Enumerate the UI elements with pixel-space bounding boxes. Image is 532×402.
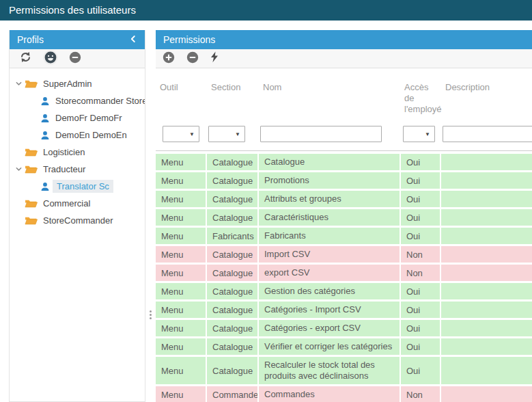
lightning-icon (210, 51, 219, 66)
permission-row[interactable]: MenuCataloguePromotionsOui (156, 172, 532, 189)
page-title: Permissions des utilisateurs (9, 4, 136, 16)
tree-user-label: DemoFr DemoFr (55, 111, 122, 124)
cell-tool: Menu (156, 320, 206, 336)
profiles-tree: SuperAdminStorecommander StoreDemoFr Dem… (10, 68, 145, 229)
section-filter-select[interactable]: ▼ (208, 126, 245, 142)
tree-user-row[interactable]: DemoFr DemoFr (10, 109, 145, 126)
prestashop-icon (43, 50, 58, 68)
tree-folder-row[interactable]: SuperAdmin (10, 75, 145, 92)
permission-row[interactable]: MenuCatalogueVérifier et corriger les ca… (156, 338, 532, 355)
prestashop-button[interactable] (43, 50, 58, 68)
chevron-left-icon (129, 34, 137, 45)
permission-row[interactable]: MenuCatalogueCaractéristiquesOui (156, 209, 532, 226)
permission-row[interactable]: MenuFabricantsFabricantsOui (156, 228, 532, 244)
nom-filter-input[interactable] (260, 126, 382, 142)
cell-name: Recalculer le stock total des produits a… (259, 357, 400, 384)
cell-access: Non (401, 246, 440, 263)
cell-section: Catalogue (207, 246, 257, 263)
cell-name: Promotions (259, 172, 400, 189)
refresh-button[interactable] (19, 51, 32, 66)
apply-permissions-button[interactable] (210, 51, 219, 66)
acces-filter-select[interactable]: ▼ (403, 126, 435, 142)
cell-access: Oui (401, 283, 440, 299)
profils-toolbar (10, 49, 145, 68)
cell-description (441, 302, 532, 318)
tree-folder-row[interactable]: Commercial (10, 195, 145, 212)
folder-icon (25, 215, 38, 226)
permission-row[interactable]: MenuCommandesCommandesNon (156, 386, 532, 402)
minus-circle-icon (186, 51, 199, 66)
cell-section: Catalogue (207, 265, 257, 281)
permission-row[interactable]: MenuCatalogueImport CSVNon (156, 246, 532, 263)
cell-access: Oui (401, 154, 440, 170)
remove-permission-button[interactable] (186, 51, 199, 66)
permission-row[interactable]: MenuCatalogueRecalculer le stock total d… (156, 357, 532, 384)
cell-section: Catalogue (207, 357, 257, 384)
permissions-panel-title: Permissions (163, 34, 215, 45)
panel-splitter-handle[interactable] (146, 305, 154, 324)
permission-row[interactable]: MenuCatalogueexport CSVNon (156, 265, 532, 281)
cell-access: Oui (401, 172, 440, 189)
cell-access: Oui (401, 191, 440, 207)
cell-name: Catalogue (259, 154, 400, 170)
tree-folder-row[interactable]: Traducteur (10, 161, 145, 178)
cell-name: Vérifier et corriger les catégories (259, 338, 400, 355)
permission-row[interactable]: MenuCatalogueCatégories - export CSVOui (156, 320, 532, 336)
tree-folder-label: SuperAdmin (43, 77, 92, 90)
chevron-down-icon[interactable] (12, 80, 25, 88)
cell-description (441, 209, 532, 226)
cell-tool: Menu (156, 302, 206, 318)
collapse-panel-button[interactable] (129, 34, 137, 45)
cell-description (441, 320, 532, 336)
cell-tool: Menu (156, 357, 206, 384)
tree-user-row[interactable]: DemoEn DemoEn (10, 126, 145, 144)
cell-tool: Menu (156, 386, 206, 402)
dropdown-arrow-icon: ▼ (425, 131, 430, 137)
cell-description (441, 172, 532, 189)
column-header-nom: Nom (259, 82, 400, 115)
cell-tool: Menu (156, 191, 206, 207)
cell-name: Import CSV (259, 246, 400, 263)
cell-description (441, 386, 532, 402)
permission-row[interactable]: MenuCatalogueCatalogueOui (156, 154, 532, 170)
cell-section: Catalogue (207, 172, 257, 189)
column-header-acces: Accès de l'employé (401, 82, 440, 115)
cell-access: Oui (401, 357, 440, 384)
description-filter-input[interactable] (443, 126, 532, 142)
column-header-section: Section (207, 82, 257, 115)
permissions-toolbar (156, 49, 532, 68)
chevron-down-icon[interactable] (12, 165, 25, 173)
permission-row[interactable]: MenuCatalogueAttributs et groupesOui (156, 191, 532, 207)
tree-folder-label: Logisticien (43, 146, 85, 159)
cell-tool: Menu (156, 338, 206, 355)
plus-circle-icon (163, 51, 175, 66)
tree-user-row[interactable]: Translator Sc (10, 178, 145, 195)
profils-panel: Profils (9, 30, 145, 402)
tree-user-label: Storecommander Store (55, 94, 145, 107)
drag-dots-icon (150, 310, 152, 312)
cell-tool: Menu (156, 283, 206, 299)
add-permission-button[interactable] (163, 51, 175, 66)
permission-row[interactable]: MenuCatalogueCatégories - Import CSVOui (156, 302, 532, 318)
cell-name: Attributs et groupes (259, 191, 400, 207)
cell-access: Oui (401, 209, 440, 226)
tree-folder-row[interactable]: Logisticien (10, 144, 145, 161)
remove-profile-button[interactable] (69, 51, 81, 66)
cell-section: Fabricants (207, 228, 257, 244)
cell-access: Oui (401, 338, 440, 355)
cell-section: Catalogue (207, 338, 257, 355)
outil-filter-select[interactable]: ▼ (163, 126, 199, 142)
cell-description (441, 191, 532, 207)
cell-access: Non (401, 265, 440, 281)
table-header-row: Outil Section Nom Accès de l'employé Des… (156, 68, 532, 115)
tree-folder-label: StoreCommander (43, 214, 113, 227)
profils-panel-header: Profils (10, 30, 145, 49)
tree-user-label: DemoEn DemoEn (55, 129, 127, 142)
tree-folder-row[interactable]: StoreCommander (10, 212, 145, 229)
tree-folder-label: Commercial (43, 197, 90, 210)
cell-description (441, 338, 532, 355)
permission-row[interactable]: MenuCatalogueGestion des catégoriesOui (156, 283, 532, 299)
tree-user-row[interactable]: Storecommander Store (10, 92, 145, 109)
permissions-panel: Permissions Outil Section Nom Accès de l… (156, 30, 532, 402)
cell-name: Gestion des catégories (259, 283, 400, 299)
